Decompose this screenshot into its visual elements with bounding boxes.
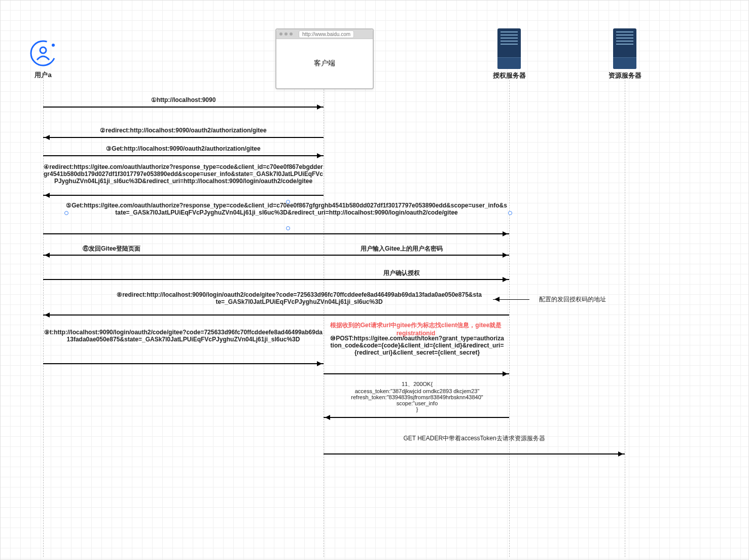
- arrow-8-note: [493, 299, 529, 300]
- msg-9: ⑨t:http://localhost:9090/login/oauth2/co…: [43, 329, 324, 343]
- msg-10: ⑩POST:https://gitee.com/oauth/token?gran…: [330, 335, 505, 356]
- actor-user[interactable]: 用户a: [29, 40, 57, 80]
- msg-5[interactable]: ⑤Get:https://gitee.com/oauth/authorize?r…: [66, 202, 507, 216]
- actor-resource-label: 资源服务器: [607, 71, 643, 80]
- arrow-5: [43, 233, 509, 234]
- msg-6-right: 用户输入Gitee上的用户名密码: [294, 244, 509, 253]
- browser-titlebar-icon: http://www.baidu.com: [276, 29, 373, 39]
- server-icon: [497, 28, 521, 69]
- selection-handle[interactable]: [286, 226, 290, 230]
- diagram-canvas[interactable]: 用户a http://www.baidu.com 客户端 授权服务器 资源服务器…: [0, 0, 749, 560]
- msg-11: 11、200OK{ access_token:"387djkwjcid ornd…: [330, 380, 505, 412]
- lifeline-resource: [625, 80, 625, 557]
- arrow-3: [43, 155, 324, 156]
- actor-resource-server[interactable]: 资源服务器: [613, 28, 636, 80]
- arrow-6: [43, 255, 509, 256]
- msg-7: 用户确认授权: [294, 269, 509, 277]
- msg-12: GET HEADER中带着accessToken去请求资源服务器: [324, 434, 625, 443]
- arrow-7: [43, 279, 509, 280]
- arrow-10: [324, 373, 509, 374]
- arrow-1: [43, 107, 324, 108]
- msg-8: ⑧redirect:http://localhost:9090/login/oa…: [117, 291, 482, 305]
- lifeline-client: [324, 89, 324, 557]
- msg-2: ②redirect:http://localhost:9090/oauth2/a…: [43, 127, 324, 134]
- msg-6-left: ⑥发回Gitee登陆页面: [43, 244, 180, 253]
- actor-auth-label: 授权服务器: [491, 71, 527, 80]
- arrow-9: [43, 363, 324, 364]
- arrow-4: [43, 195, 324, 196]
- msg-3: ③Get:http://localhost:9090/oauth2/author…: [43, 145, 324, 152]
- svg-point-2: [52, 44, 55, 47]
- selection-handle[interactable]: [64, 211, 68, 215]
- browser-url: http://www.baidu.com: [299, 30, 354, 38]
- actor-client[interactable]: http://www.baidu.com 客户端: [275, 28, 374, 89]
- actor-auth-server[interactable]: 授权服务器: [497, 28, 521, 80]
- user-icon: [29, 40, 57, 67]
- msg-8-note: 配置的发回授权码的地址: [529, 295, 616, 304]
- arrow-11: [324, 417, 509, 418]
- msg-4: ④redirect:https://gitee.com/oauth/author…: [43, 163, 324, 185]
- selection-handle[interactable]: [508, 211, 512, 215]
- arrow-12: [324, 453, 625, 454]
- selection-handle[interactable]: [286, 200, 290, 204]
- actor-client-label: 客户端: [276, 39, 373, 88]
- svg-point-1: [40, 47, 46, 53]
- lifeline-auth: [509, 80, 510, 557]
- arrow-2: [43, 137, 324, 138]
- msg-1: ①http://localhost:9090: [43, 96, 324, 103]
- server-icon: [613, 28, 636, 69]
- arrow-8: [43, 314, 509, 316]
